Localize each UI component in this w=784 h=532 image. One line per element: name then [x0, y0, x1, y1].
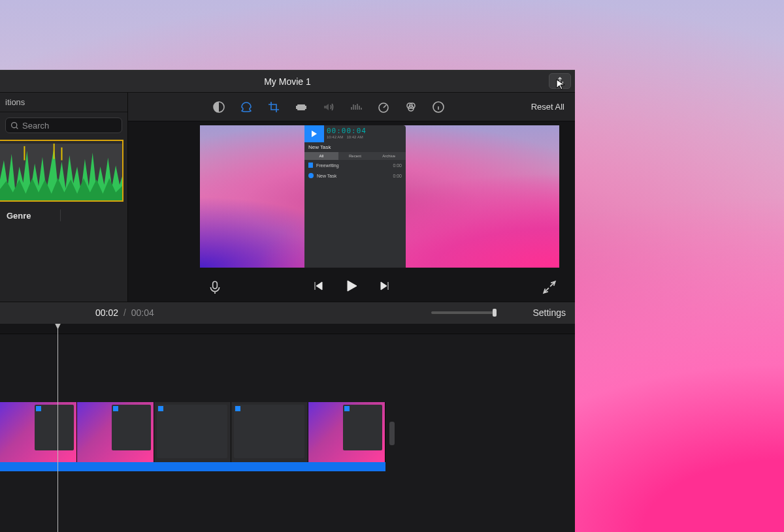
clip-end-handle[interactable] — [389, 422, 395, 445]
total-duration: 00:04 — [131, 307, 154, 318]
zoom-knob[interactable] — [493, 309, 497, 317]
svg-rect-2 — [0, 141, 122, 144]
mouse-cursor — [555, 78, 567, 90]
recorded-app-panel: 00:00:04 10:42 AM 10:42 AM New Task All … — [304, 125, 406, 268]
play-button[interactable] — [344, 278, 359, 296]
fullscreen-icon — [542, 280, 557, 294]
sidebar-tab-label: itions — [5, 97, 25, 107]
svg-rect-9 — [305, 106, 306, 109]
imovie-window: My Movie 1 itions Search — [0, 70, 575, 532]
auto-enhance-icon[interactable] — [211, 99, 227, 115]
clip-thumbnail[interactable] — [154, 402, 231, 462]
reset-all-button[interactable]: Reset All — [531, 102, 564, 112]
microphone-icon — [208, 280, 222, 294]
current-time: 00:02 — [95, 307, 118, 318]
panel-play-icon — [304, 125, 324, 142]
clip-thumbnail[interactable] — [231, 402, 308, 462]
clip-thumbnail[interactable] — [308, 402, 385, 462]
svg-point-0 — [12, 122, 17, 127]
panel-tabs: All Recent Archive — [304, 152, 406, 160]
genre-label: Genre — [7, 211, 31, 221]
timeline[interactable] — [0, 324, 575, 533]
preview-viewer[interactable]: 00:00:04 10:42 AM 10:42 AM New Task All … — [200, 125, 559, 268]
transport-controls — [128, 273, 575, 302]
voiceover-button[interactable] — [208, 280, 222, 294]
clip-thumbnail[interactable] — [77, 402, 154, 462]
zoom-slider[interactable] — [431, 308, 497, 317]
svg-rect-15 — [213, 281, 218, 289]
playhead[interactable] — [57, 324, 58, 533]
fullscreen-button[interactable] — [542, 280, 557, 294]
svg-rect-8 — [296, 106, 297, 109]
timeline-settings-button[interactable]: Settings — [532, 307, 566, 318]
equalizer-icon[interactable] — [348, 99, 364, 115]
panel-item: Freewriting 0:00 — [304, 160, 406, 170]
media-sidebar: itions Search — [0, 93, 128, 302]
genre-column-header[interactable]: Genre — [0, 202, 127, 229]
column-divider — [60, 210, 61, 221]
timeline-info-bar: 00:02 / 00:04 Settings — [0, 302, 575, 324]
color-balance-icon[interactable] — [238, 99, 254, 115]
color-filter-icon[interactable] — [403, 99, 419, 115]
panel-new-task-label: New Task — [304, 142, 406, 152]
sidebar-tab[interactable]: itions — [0, 93, 127, 112]
timeline-ruler[interactable] — [0, 324, 575, 334]
volume-icon[interactable] — [321, 99, 336, 115]
clip-thumbnail[interactable] — [0, 402, 77, 462]
svg-rect-7 — [297, 104, 305, 110]
crop-icon[interactable] — [266, 99, 282, 115]
search-placeholder: Search — [22, 121, 49, 131]
project-title: My Movie 1 — [0, 76, 575, 87]
titlebar[interactable]: My Movie 1 — [0, 70, 575, 93]
search-icon — [10, 121, 19, 130]
search-input[interactable]: Search — [5, 117, 122, 133]
panel-timer: 00:00:04 — [327, 127, 403, 135]
time-separator: / — [123, 307, 126, 318]
stabilize-icon[interactable] — [293, 99, 309, 115]
adjustment-toolbar: Reset All — [128, 93, 575, 121]
speed-icon[interactable] — [376, 99, 391, 115]
audio-waveform-thumbnail[interactable] — [0, 140, 123, 202]
panel-item: New Task 0:00 — [304, 170, 406, 181]
preview-canvas: 00:00:04 10:42 AM 10:42 AM New Task All … — [200, 125, 559, 268]
previous-button[interactable] — [312, 280, 324, 294]
next-button[interactable] — [379, 280, 391, 294]
info-icon[interactable] — [431, 99, 446, 115]
